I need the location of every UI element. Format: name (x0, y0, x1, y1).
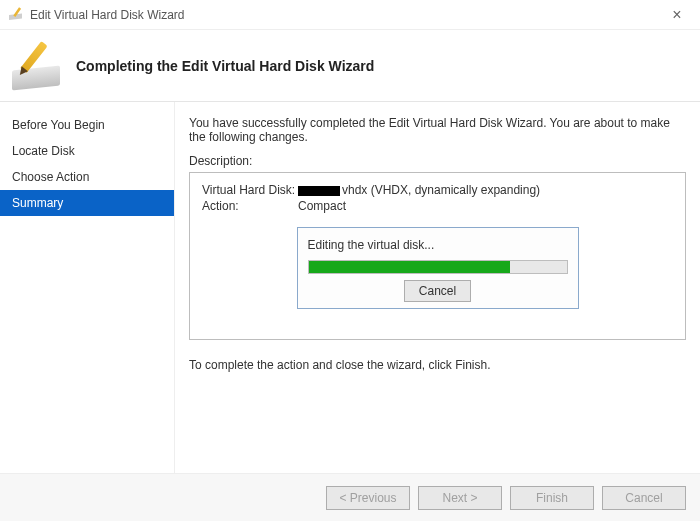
wizard-steps-sidebar: Before You Begin Locate Disk Choose Acti… (0, 102, 175, 473)
wizard-footer: < Previous Next > Finish Cancel (0, 473, 700, 521)
progress-bar (308, 260, 568, 274)
titlebar: Edit Virtual Hard Disk Wizard × (0, 0, 700, 30)
wizard-header: Completing the Edit Virtual Hard Disk Wi… (0, 30, 700, 102)
wizard-icon (10, 42, 64, 90)
window-title: Edit Virtual Hard Disk Wizard (30, 8, 662, 22)
complete-instruction: To complete the action and close the wiz… (189, 358, 686, 372)
page-title: Completing the Edit Virtual Hard Disk Wi… (76, 58, 374, 74)
wizard-body: Before You Begin Locate Disk Choose Acti… (0, 102, 700, 473)
sidebar-item-summary[interactable]: Summary (0, 190, 174, 216)
sidebar-item-locate-disk[interactable]: Locate Disk (0, 138, 174, 164)
intro-text: You have successfully completed the Edit… (189, 116, 686, 144)
wizard-content: You have successfully completed the Edit… (175, 102, 700, 473)
vhd-value: vhdx (VHDX, dynamically expanding) (298, 183, 673, 197)
previous-button[interactable]: < Previous (326, 486, 410, 510)
close-icon[interactable]: × (662, 6, 692, 24)
cancel-button[interactable]: Cancel (602, 486, 686, 510)
sidebar-item-choose-action[interactable]: Choose Action (0, 164, 174, 190)
action-key: Action: (202, 199, 298, 213)
action-value: Compact (298, 199, 673, 213)
sidebar-item-before-you-begin[interactable]: Before You Begin (0, 112, 174, 138)
description-label: Description: (189, 154, 686, 168)
redacted-filename (298, 186, 340, 196)
progress-dialog: Editing the virtual disk... Cancel (297, 227, 579, 309)
app-icon (8, 7, 24, 23)
description-box: Virtual Hard Disk: vhdx (VHDX, dynamical… (189, 172, 686, 340)
progress-fill (309, 261, 510, 273)
cancel-progress-button[interactable]: Cancel (404, 280, 471, 302)
vhd-row: Virtual Hard Disk: vhdx (VHDX, dynamical… (202, 183, 673, 197)
action-row: Action: Compact (202, 199, 673, 213)
progress-label: Editing the virtual disk... (308, 238, 568, 252)
finish-button[interactable]: Finish (510, 486, 594, 510)
next-button[interactable]: Next > (418, 486, 502, 510)
vhd-key: Virtual Hard Disk: (202, 183, 298, 197)
